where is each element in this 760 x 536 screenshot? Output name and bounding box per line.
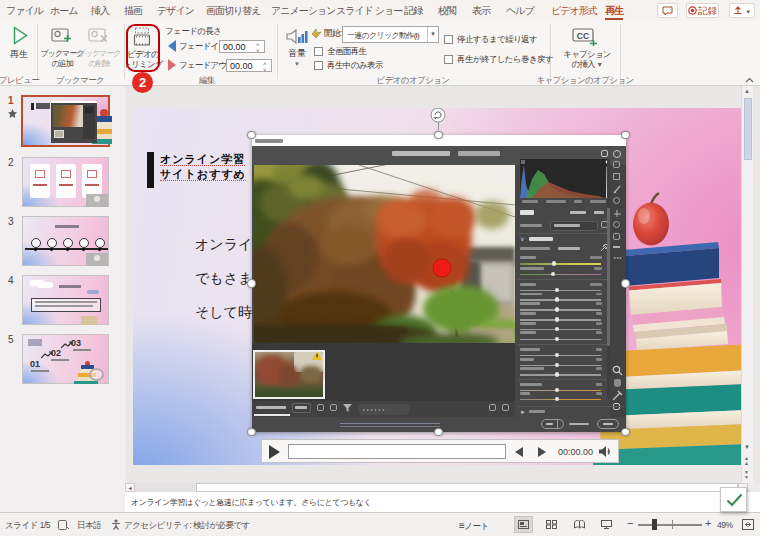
svg-text:CC: CC [577, 31, 589, 41]
